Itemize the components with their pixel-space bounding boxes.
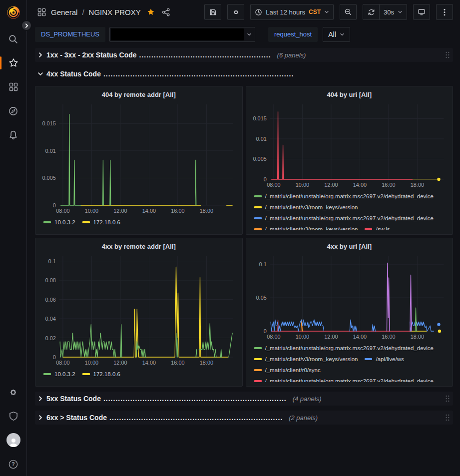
svg-text:0: 0 bbox=[263, 328, 266, 334]
kebab-menu-icon bbox=[444, 8, 446, 16]
svg-text:14:00: 14:00 bbox=[142, 360, 156, 366]
template-variables-bar: DS_PROMETHEUS request_host All bbox=[27, 24, 460, 45]
sidebar: ? bbox=[0, 0, 27, 476]
refresh-interval-label: 30s bbox=[384, 8, 394, 16]
sidebar-item-help[interactable]: ? bbox=[0, 452, 27, 476]
sidebar-expand-button[interactable] bbox=[21, 20, 32, 31]
legend-series-swatch bbox=[254, 358, 262, 360]
sidebar-item-alerting[interactable] bbox=[0, 123, 27, 147]
sidebar-item-starred[interactable] bbox=[0, 51, 27, 75]
row-panel-count: (4 panels) bbox=[293, 395, 322, 403]
variable-value-datasource[interactable] bbox=[109, 27, 255, 42]
svg-text:0.01: 0.01 bbox=[256, 136, 266, 142]
legend-series-label: 10.0.3.2 bbox=[54, 371, 75, 377]
avatar bbox=[6, 433, 20, 447]
time-series-chart[interactable]: 00.0050.010.01508:0010:0012:0014:0016:00… bbox=[250, 100, 449, 189]
redacted-value bbox=[111, 28, 244, 40]
svg-text:10:00: 10:00 bbox=[85, 360, 98, 366]
favorite-star-button[interactable] bbox=[145, 7, 156, 16]
panel-title[interactable]: 4xx by uri [All] bbox=[250, 241, 449, 252]
clock-icon bbox=[255, 8, 262, 16]
sidebar-item-settings[interactable] bbox=[0, 380, 27, 404]
panel-legend: /_matrix/client/unstable/org.matrix.msc2… bbox=[250, 343, 449, 382]
legend-item[interactable]: 172.18.0.6 bbox=[82, 369, 120, 380]
legend-item[interactable]: /_matrix/client/v3/room_keys/version bbox=[254, 224, 358, 230]
bell-icon bbox=[8, 130, 18, 140]
sidebar-item-explore[interactable] bbox=[0, 99, 27, 123]
row-drag-handle[interactable] bbox=[445, 395, 450, 403]
svg-text:0.1: 0.1 bbox=[259, 261, 266, 267]
gear-icon bbox=[8, 387, 18, 398]
legend-item[interactable]: /sw.js bbox=[365, 224, 390, 230]
sidebar-item-search[interactable] bbox=[0, 27, 27, 51]
svg-text:0.01: 0.01 bbox=[45, 148, 56, 154]
legend-item[interactable]: /_matrix/client/unstable/org.matrix.msc2… bbox=[254, 376, 434, 382]
time-series-chart[interactable]: 00.050.108:0010:0012:0014:0016:0018:00 bbox=[250, 252, 449, 341]
row-header-6xx[interactable]: 6xx > Status Code ......................… bbox=[35, 411, 453, 425]
variable-label-datasource: DS_PROMETHEUS bbox=[35, 27, 105, 42]
svg-text:08:00: 08:00 bbox=[267, 182, 280, 188]
shield-icon bbox=[8, 411, 18, 422]
sidebar-item-dashboards[interactable] bbox=[0, 75, 27, 99]
grafana-logo[interactable] bbox=[6, 5, 21, 20]
page-title: NGINX PROXY bbox=[89, 8, 141, 16]
legend-item[interactable]: /_matrix/client/unstable/org.matrix.msc2… bbox=[254, 191, 434, 202]
legend-item[interactable]: /_matrix/client/unstable/org.matrix.msc2… bbox=[254, 213, 434, 224]
legend-item[interactable]: /_matrix/client/r0/sync bbox=[254, 365, 321, 376]
row-drag-handle[interactable] bbox=[445, 414, 450, 422]
svg-text:0.05: 0.05 bbox=[256, 295, 266, 301]
time-range-picker[interactable]: Last 12 hours CST bbox=[250, 4, 334, 20]
panel-title[interactable]: 4xx by remote addr [All] bbox=[39, 241, 238, 252]
legend-series-swatch bbox=[254, 380, 262, 382]
legend-item[interactable]: 10.0.3.2 bbox=[43, 369, 75, 380]
svg-text:16:00: 16:00 bbox=[382, 334, 395, 340]
row-header-4xx[interactable]: 4xx Status Code ........................… bbox=[35, 67, 453, 81]
svg-text:0.06: 0.06 bbox=[45, 297, 56, 303]
tv-mode-button[interactable] bbox=[413, 4, 430, 20]
row-header-5xx[interactable]: 5xx Status Code ........................… bbox=[35, 392, 453, 406]
zoom-out-time-button[interactable] bbox=[340, 4, 357, 20]
row-drag-handle[interactable] bbox=[445, 51, 450, 59]
panel-title[interactable]: 404 by uri [All] bbox=[250, 89, 449, 100]
legend-series-swatch bbox=[254, 347, 262, 349]
legend-item[interactable]: /_matrix/client/v3/room_keys/version bbox=[254, 202, 358, 213]
legend-item[interactable]: 172.18.0.6 bbox=[82, 217, 120, 228]
refresh-button[interactable] bbox=[363, 4, 380, 20]
legend-series-swatch bbox=[254, 206, 262, 208]
dashboard-settings-button[interactable] bbox=[227, 4, 244, 20]
time-series-chart[interactable]: 00.020.040.060.080.108:0010:0012:0014:00… bbox=[39, 252, 238, 367]
sidebar-item-profile[interactable] bbox=[0, 428, 27, 452]
svg-text:0: 0 bbox=[53, 354, 56, 360]
row-title: 1xx - 3xx - 2xx Status Code bbox=[46, 51, 137, 59]
legend-series-label: 172.18.0.6 bbox=[93, 219, 120, 225]
legend-item[interactable]: /_matrix/client/unstable/org.matrix.msc2… bbox=[254, 343, 434, 354]
variable-label-request-host: request_host bbox=[268, 27, 318, 42]
variable-selected-value: All bbox=[328, 30, 336, 38]
svg-text:18:00: 18:00 bbox=[410, 182, 424, 188]
legend-item[interactable]: /_matrix/client/v3/room_keys/version bbox=[254, 354, 358, 365]
variable-value-request-host[interactable]: All bbox=[323, 27, 350, 42]
row-panel-count: (6 panels) bbox=[277, 51, 306, 59]
svg-text:16:00: 16:00 bbox=[382, 182, 395, 188]
svg-text:14:00: 14:00 bbox=[353, 182, 366, 188]
time-series-chart[interactable]: 00.0050.010.01508:0010:0012:0014:0016:00… bbox=[39, 100, 238, 215]
svg-text:08:00: 08:00 bbox=[56, 208, 69, 214]
legend-item[interactable]: /api/live/ws bbox=[365, 354, 404, 365]
breadcrumb-folder[interactable]: General bbox=[51, 8, 77, 16]
panel-title[interactable]: 404 by remote addr [All] bbox=[39, 89, 238, 100]
legend-item[interactable]: 10.0.3.2 bbox=[43, 217, 75, 228]
save-dashboard-button[interactable] bbox=[204, 4, 221, 20]
more-options-button[interactable] bbox=[436, 4, 453, 20]
main-content: General / NGINX PROXY L bbox=[27, 0, 460, 476]
svg-text:12:00: 12:00 bbox=[113, 360, 127, 366]
panel-4xx-by-uri: 4xx by uri [All] 00.050.108:0010:0012:00… bbox=[246, 238, 454, 387]
share-button[interactable] bbox=[161, 8, 171, 16]
refresh-interval-picker[interactable]: 30s bbox=[380, 4, 407, 20]
legend-series-label: /api/live/ws bbox=[376, 356, 404, 362]
svg-text:12:00: 12:00 bbox=[324, 334, 338, 340]
row-header-1xx-3xx-2xx[interactable]: 1xx - 3xx - 2xx Status Code ............… bbox=[35, 48, 453, 62]
sidebar-item-server-admin[interactable] bbox=[0, 404, 27, 428]
svg-text:12:00: 12:00 bbox=[113, 208, 127, 214]
svg-text:10:00: 10:00 bbox=[295, 334, 309, 340]
legend-series-label: /_matrix/client/unstable/org.matrix.msc2… bbox=[265, 378, 434, 382]
